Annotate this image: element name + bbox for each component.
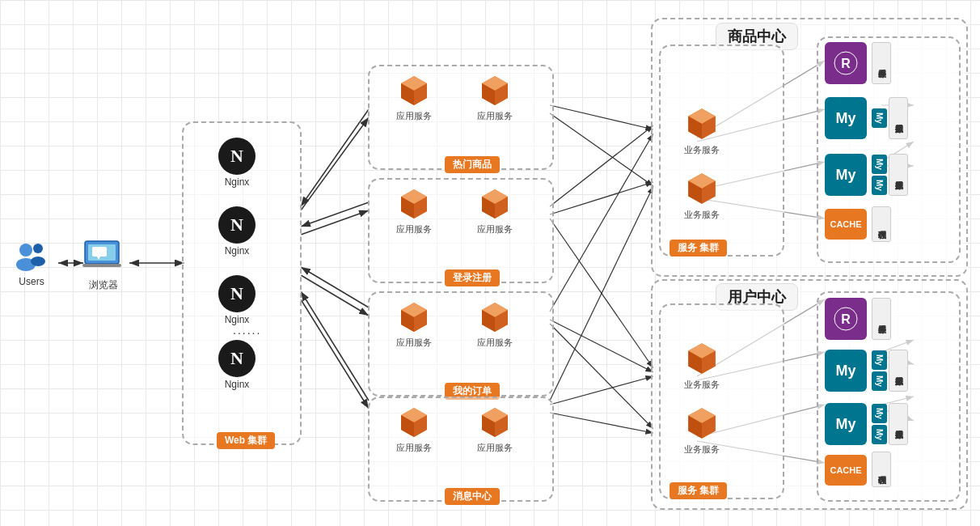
user-mysql-slave-2a: My [872, 404, 887, 423]
app-cube-8: 应用服务 [477, 405, 513, 454]
user-db-service-label-1: 数据库服务 [889, 350, 908, 392]
user-cache-icon: CACHE [825, 455, 867, 486]
mysql-slave-2b: My [872, 176, 887, 195]
user-mysql-slave-1b: My [872, 371, 887, 391]
biz-label-user-2: 业务服务 [684, 443, 720, 456]
app-cube-3: 应用服务 [396, 186, 432, 235]
nginx-icon-4: N [218, 340, 256, 377]
svg-line-20 [550, 376, 653, 405]
users-label: Users [19, 276, 44, 287]
nginx-label-1: Nginx [225, 176, 250, 188]
user-mysql-box-1: My [825, 350, 867, 392]
product-cache-box: CACHE [825, 209, 867, 240]
nginx-node-4: N Nginx [218, 340, 256, 390]
login-badge: 登录注册 [445, 269, 500, 286]
user-mysql-icon-1: My [825, 350, 867, 392]
biz-label-user-1: 业务服务 [684, 379, 720, 391]
app-cube-1: 应用服务 [396, 73, 432, 122]
app-label-5: 应用服务 [396, 337, 432, 349]
nginx-icon-1: N [218, 138, 256, 175]
biz-cube-user-1: 业务服务 [683, 340, 720, 391]
user-service-cluster-badge: 服务 集群 [670, 482, 727, 499]
svg-line-11 [301, 291, 369, 401]
biz-label-product-1: 业务服务 [684, 144, 720, 156]
nginx-node-2: N Nginx [218, 206, 256, 257]
user-redis-label: 缓存服务 [872, 298, 891, 340]
nginx-icon-2: N [218, 206, 256, 244]
user-mysql-box-2: My [825, 403, 867, 445]
hot-product-badge: 热门商品 [445, 156, 500, 173]
product-cache-service-label: 缓存代理 [872, 206, 891, 242]
user-cache-proxy-label: 缓存代理 [872, 452, 891, 487]
user-mysql-slave-1a: My [872, 350, 887, 370]
product-cache-icon: CACHE [825, 209, 867, 240]
user-mysql-2-labels: My My 数据库服务 [872, 403, 908, 445]
svg-line-13 [550, 113, 653, 186]
app-label-7: 应用服务 [396, 442, 432, 454]
user-redis-box: R [825, 298, 867, 340]
svg-rect-46 [82, 264, 121, 267]
biz-label-product-2: 业务服务 [684, 209, 720, 221]
app-label-6: 应用服务 [477, 337, 513, 349]
svg-point-40 [33, 244, 43, 253]
product-redis-icon: R [825, 42, 867, 84]
user-mysql-slave-2b: My [872, 425, 887, 444]
product-mysql-icon-1: My [825, 97, 867, 139]
user-cache-box: CACHE [825, 455, 867, 486]
user-redis-icon: R [825, 298, 867, 340]
browser-label: 浏览器 [89, 278, 118, 292]
users-node: Users [11, 239, 52, 287]
user-service-cluster-box [659, 303, 784, 499]
app-label-1: 应用服务 [396, 110, 432, 122]
biz-cube-product-2: 业务服务 [683, 170, 720, 221]
nginx-dots: ...... [233, 324, 261, 337]
svg-line-12 [550, 105, 653, 129]
app-label-2: 应用服务 [477, 110, 513, 122]
product-mysql-2-labels: My My 数据库服务 [872, 154, 908, 196]
user-db-service-label-2: 数据库服务 [889, 403, 908, 445]
svg-line-22 [550, 186, 653, 401]
product-mysql-icon-2: My [825, 154, 867, 196]
app-cube-5: 应用服务 [396, 299, 432, 349]
product-redis-labels: 缓存服务 [872, 42, 891, 84]
svg-line-8 [301, 109, 369, 206]
product-service-cluster-box [659, 45, 784, 257]
svg-line-16 [550, 218, 653, 368]
app-label-4: 应用服务 [477, 223, 513, 235]
svg-point-38 [19, 244, 32, 257]
svg-line-21 [550, 413, 653, 433]
svg-rect-44 [92, 247, 107, 257]
svg-line-19 [550, 324, 653, 429]
svg-line-15 [550, 182, 653, 214]
msg-badge: 消息中心 [445, 488, 500, 505]
svg-text:R: R [841, 312, 851, 326]
svg-line-9 [301, 202, 369, 227]
product-cache-label-1: 缓存服务 [872, 42, 891, 84]
user-cache-label: 缓存服务 [872, 298, 891, 340]
product-redis-box: R [825, 42, 867, 84]
db-service-label-1: 数据库服务 [889, 97, 908, 139]
svg-line-6 [301, 275, 369, 316]
svg-text:R: R [841, 57, 851, 70]
product-mysql-box-2: My [825, 154, 867, 196]
app-label-8: 应用服务 [477, 442, 513, 454]
db-service-label-2: 数据库服务 [889, 154, 908, 196]
svg-line-5 [301, 210, 369, 235]
nginx-icon-3: N [218, 275, 256, 312]
app-cube-6: 应用服务 [477, 299, 513, 349]
nginx-label-4: Nginx [225, 379, 250, 390]
mysql-slave-2a: My [872, 155, 887, 174]
svg-line-4 [301, 117, 369, 210]
biz-cube-user-2: 业务服务 [683, 405, 720, 456]
app-label-3: 应用服务 [396, 223, 432, 235]
nginx-label-2: Nginx [225, 245, 250, 257]
svg-line-14 [550, 125, 653, 206]
user-mysql-1-labels: My My 数据库服务 [872, 350, 908, 392]
svg-line-10 [301, 267, 369, 308]
product-service-cluster-badge: 服务 集群 [670, 240, 727, 257]
nginx-node-3: N Nginx [218, 275, 256, 325]
architecture-diagram: Users 浏览器 Web 集群 N Nginx N Nginx N Nginx… [0, 0, 980, 526]
app-cube-2: 应用服务 [477, 73, 513, 122]
nginx-node-1: N Nginx [218, 138, 256, 188]
user-cache-service-label: 缓存代理 [872, 452, 891, 487]
